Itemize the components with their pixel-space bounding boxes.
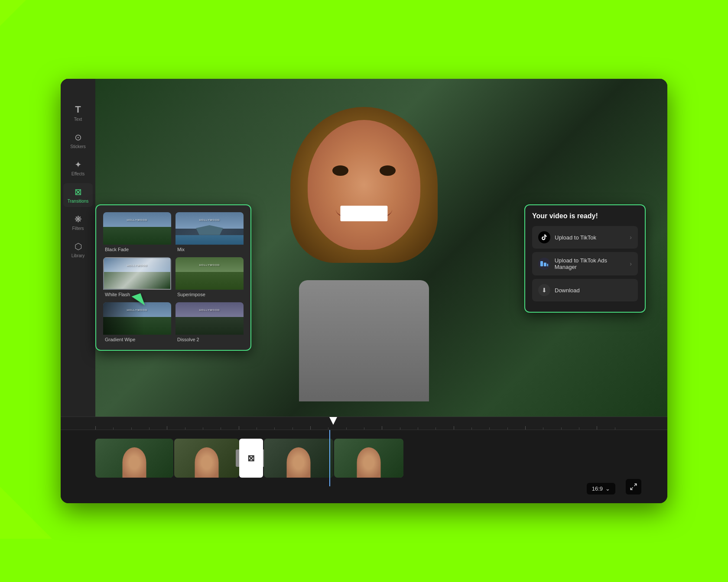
- bg-decoration-topleft: [0, 0, 52, 52]
- transition-gradient-wipe[interactable]: HOLLYWOOD Gradient Wipe: [103, 302, 171, 343]
- svg-line-3: [634, 484, 637, 486]
- transition-thumb-dissolve2: HOLLYWOOD: [176, 302, 244, 335]
- export-option-download[interactable]: ⬇ Download: [532, 279, 638, 301]
- sidebar-item-filters[interactable]: ❋ Filters: [63, 210, 93, 234]
- transition-label-dissolve2: Dissolve 2: [176, 335, 244, 343]
- chevron-icon-tiktok-ads: ›: [630, 260, 632, 267]
- transition-white-flash[interactable]: HOLLYWOOD White Flash: [103, 257, 171, 298]
- sidebar-label-library: Library: [72, 253, 85, 258]
- export-label-download: Download: [555, 287, 580, 294]
- stickers-icon: ⊙: [75, 132, 82, 142]
- transition-mix[interactable]: HOLLYWOOD Mix: [176, 212, 244, 253]
- filters-icon: ❋: [75, 214, 82, 224]
- sidebar-label-stickers: Stickers: [70, 144, 86, 149]
- timeline-area: ⊠: [61, 417, 667, 503]
- export-option-tiktok-ads[interactable]: Upload to TikTok Ads Manager ›: [532, 252, 638, 275]
- fullscreen-button[interactable]: [626, 479, 641, 495]
- tiktok-icon: [538, 231, 550, 243]
- sidebar-label-transitions: Transitions: [68, 199, 89, 204]
- transition-thumb-superimpose: HOLLYWOOD: [176, 257, 244, 290]
- transition-label-gradient-wipe: Gradient Wipe: [103, 335, 171, 343]
- video-clip-2[interactable]: [174, 439, 239, 478]
- svg-rect-0: [540, 261, 543, 266]
- playhead-line: [329, 430, 330, 486]
- transition-thumb-black-fade: HOLLYWOOD: [103, 212, 171, 245]
- aspect-ratio-badge[interactable]: 16:9 ⌄: [587, 483, 615, 495]
- timeline-ruler: [61, 417, 667, 430]
- download-icon: ⬇: [538, 284, 550, 296]
- sidebar-item-library[interactable]: ⬡ Library: [63, 238, 93, 262]
- transition-black-fade[interactable]: HOLLYWOOD Black Fade: [103, 212, 171, 253]
- transition-superimpose[interactable]: HOLLYWOOD Superimpose: [176, 257, 244, 298]
- transitions-grid: HOLLYWOOD Black Fade HOLLYWOOD Mix: [103, 212, 244, 343]
- aspect-ratio-chevron: ⌄: [605, 485, 610, 492]
- transition-thumb-white-flash: HOLLYWOOD: [103, 257, 171, 290]
- svg-rect-2: [547, 264, 548, 266]
- library-icon: ⬡: [75, 241, 82, 252]
- transition-label-superimpose: Superimpose: [176, 290, 244, 298]
- text-icon: T: [75, 104, 81, 115]
- sidebar-label-effects: Effects: [72, 171, 84, 176]
- export-option-left-tiktok-ads: Upload to TikTok Ads Manager: [538, 257, 630, 270]
- tiktok-ads-icon: [538, 258, 550, 270]
- export-title: Your video is ready!: [532, 212, 638, 220]
- transition-thumb-mix: HOLLYWOOD: [176, 212, 244, 245]
- sidebar-label-text: Text: [74, 117, 82, 122]
- transition-dissolve2[interactable]: HOLLYWOOD Dissolve 2: [176, 302, 244, 343]
- effects-icon: ✦: [75, 159, 82, 170]
- sidebar-item-stickers[interactable]: ⊙ Stickers: [63, 129, 93, 152]
- bg-decoration-bottomleft: [0, 469, 52, 539]
- transition-label-mix: Mix: [176, 245, 244, 253]
- svg-rect-1: [544, 263, 546, 266]
- transition-marker[interactable]: ⊠: [239, 439, 263, 478]
- sidebar-item-effects[interactable]: ✦ Effects: [63, 156, 93, 180]
- video-subject: [251, 107, 477, 401]
- transitions-panel: HOLLYWOOD Black Fade HOLLYWOOD Mix: [95, 204, 251, 351]
- export-option-left-download: ⬇ Download: [538, 284, 580, 296]
- sidebar-item-text[interactable]: T Text: [63, 100, 93, 125]
- export-option-tiktok[interactable]: Upload to TikTok ›: [532, 226, 638, 249]
- video-clip-1[interactable]: [95, 439, 173, 478]
- app-container: Player T: [61, 79, 667, 503]
- export-option-left-tiktok: Upload to TikTok: [538, 231, 596, 243]
- export-label-tiktok: Upload to TikTok: [555, 234, 596, 241]
- export-panel: Your video is ready! Upload to TikTok › …: [524, 204, 646, 313]
- video-clip-3[interactable]: [264, 439, 333, 478]
- transitions-icon: ⊠: [75, 187, 82, 197]
- ruler-marks: [95, 417, 633, 430]
- chevron-icon-tiktok: ›: [630, 234, 632, 241]
- transition-marker-icon: ⊠: [247, 453, 255, 463]
- svg-line-4: [630, 488, 633, 490]
- export-label-tiktok-ads: Upload to TikTok Ads Manager: [555, 257, 630, 270]
- sidebar-label-filters: Filters: [72, 226, 84, 231]
- video-clip-4[interactable]: [334, 439, 403, 478]
- transition-label-black-fade: Black Fade: [103, 245, 171, 253]
- sidebar: T Text ⊙ Stickers ✦ Effects ⊠ Transition…: [61, 79, 95, 417]
- sidebar-item-transitions[interactable]: ⊠ Transitions: [63, 183, 93, 207]
- timeline-tracks: ⊠: [61, 430, 667, 486]
- aspect-ratio-value: 16:9: [592, 485, 603, 492]
